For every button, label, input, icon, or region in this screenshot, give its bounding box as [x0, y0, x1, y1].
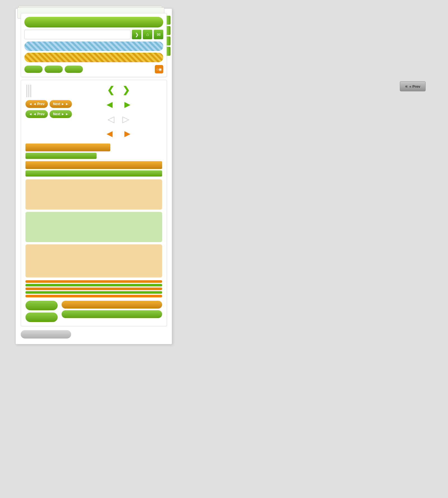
arrow-left-green-fill-icon[interactable]: ◄: [104, 99, 115, 110]
arrow-right-orange-fill-icon[interactable]: ►: [122, 128, 132, 140]
prev-left-icon-green: ◄: [29, 112, 32, 116]
main-panel: ❯ ⌂ ✉ ○◉: [15, 8, 172, 344]
vert-line-2: [29, 85, 29, 97]
chevron-right-green-icon[interactable]: ❯: [122, 85, 130, 95]
content-box-orange-2: [25, 244, 162, 277]
prev-left-icon-orange: ◄: [29, 102, 32, 106]
arrow-left-orange-fill-icon[interactable]: ◄: [104, 128, 115, 140]
green-pill-button-1[interactable]: [25, 301, 58, 310]
mail-icon: ✉: [157, 32, 160, 37]
arrow-row-green-filled: ◄ ►: [104, 99, 132, 110]
striped-lines-section: [25, 280, 162, 297]
full-orange-bar: [25, 161, 162, 169]
tab-button-1[interactable]: [24, 66, 43, 73]
arrow-right-outline-icon[interactable]: ▷: [122, 114, 129, 124]
striped-blue-bar: [24, 41, 163, 51]
next-button-green[interactable]: Next ► ►: [50, 110, 72, 118]
search-row: ❯ ⌂ ✉: [24, 30, 163, 39]
bottom-tab-row: ○◉: [24, 65, 163, 73]
stripe-4: [25, 291, 162, 294]
vert-line-1: [27, 85, 27, 97]
side-tab-4[interactable]: [167, 47, 171, 56]
mail-button[interactable]: ✉: [154, 30, 163, 39]
short-green-bar: [25, 153, 97, 159]
prev-top-right-label: « Prev: [409, 84, 420, 89]
prev-label-orange: ◄ Prev: [33, 102, 45, 106]
stripe-5: [25, 295, 162, 297]
stripe-1: [25, 280, 162, 283]
green-pill-button-2[interactable]: [25, 312, 58, 322]
bottom-extra-element: [21, 330, 71, 339]
full-green-bar: [25, 170, 162, 177]
side-tab-3[interactable]: [167, 36, 171, 45]
home-icon: ⌂: [146, 32, 149, 37]
arrow-grid: ❮ ❯ ◄ ► ◁ ▷ ◄: [75, 85, 162, 140]
right-bar-buttons: [62, 301, 162, 318]
tab-button-2[interactable]: [45, 66, 63, 73]
search-arrow-button[interactable]: ❯: [132, 30, 141, 39]
arrow-row-green-chevrons: ❮ ❯: [107, 85, 130, 95]
arrow-right-green-fill-icon[interactable]: ►: [122, 99, 132, 110]
second-panel: ◄ ◄ Prev Next ► ► ◄ ◄ Prev: [21, 80, 167, 326]
short-orange-bar: [25, 143, 110, 151]
prev-button-green[interactable]: ◄ ◄ Prev: [25, 110, 48, 118]
orange-nav-row: ◄ ◄ Prev Next ► ►: [25, 100, 72, 108]
next-button-orange[interactable]: Next ► ►: [50, 100, 72, 108]
prev-label-green: ◄ Prev: [33, 112, 45, 116]
vert-lines-row: [25, 85, 72, 97]
rss-symbol: ○◉: [156, 67, 162, 71]
prev-button-top-right[interactable]: « « Prev: [400, 81, 426, 91]
arrow-row-outline: ◁ ▷: [108, 114, 129, 124]
header-green-bar: [24, 17, 163, 27]
tab-button-3[interactable]: [65, 66, 83, 73]
right-green-bar-btn[interactable]: [62, 310, 162, 318]
search-input[interactable]: [24, 30, 130, 39]
next-right-icon-green: ►: [65, 112, 69, 116]
next-label-orange: Next ►: [53, 102, 64, 106]
arrow-right-icon: ❯: [135, 32, 139, 37]
prev-chevron-icon: «: [405, 84, 408, 89]
bottom-buttons-row: [25, 301, 162, 322]
content-box-green: [25, 212, 162, 242]
short-bars-section: [25, 143, 162, 159]
rss-icon[interactable]: ○◉: [155, 65, 163, 73]
chevron-left-green-icon[interactable]: ❮: [107, 85, 115, 95]
full-bars-section: [25, 161, 162, 177]
arrow-left-outline-icon[interactable]: ◁: [108, 114, 115, 124]
left-pill-buttons: [25, 301, 58, 322]
green-nav-row: ◄ ◄ Prev Next ► ►: [25, 110, 72, 118]
right-orange-bar-btn[interactable]: [62, 301, 162, 309]
stripe-2: [25, 284, 162, 286]
top-header-panel: ❯ ⌂ ✉ ○◉: [21, 13, 167, 77]
nav-section: ◄ ◄ Prev Next ► ► ◄ ◄ Prev: [25, 85, 162, 140]
next-label-green: Next ►: [53, 112, 64, 116]
content-box-orange-1: [25, 179, 162, 210]
left-nav-group: ◄ ◄ Prev Next ► ► ◄ ◄ Prev: [25, 85, 72, 120]
striped-yellow-bar: [24, 53, 163, 62]
side-tab-1[interactable]: [167, 16, 171, 25]
prev-button-orange[interactable]: ◄ ◄ Prev: [25, 100, 48, 108]
stripe-3: [25, 288, 162, 290]
home-button[interactable]: ⌂: [143, 30, 152, 39]
side-tab-2[interactable]: [167, 26, 171, 35]
side-tabs: [167, 16, 171, 56]
vert-line-3: [31, 85, 31, 97]
next-right-icon-orange: ►: [65, 102, 69, 106]
arrow-row-orange-filled: ◄ ►: [104, 128, 132, 140]
